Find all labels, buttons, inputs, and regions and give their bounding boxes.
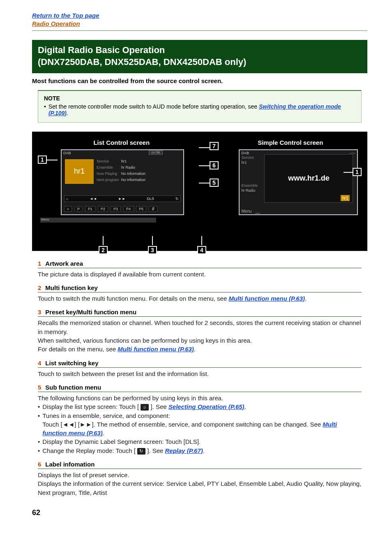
section-head-2: 2Multi function key	[38, 284, 362, 292]
section-body-6: Displays the list of preset service.Disp…	[38, 471, 362, 497]
section-body-4: Touch to switch between the preset list …	[38, 369, 362, 378]
section-head-4: 4List switching key	[38, 360, 362, 368]
simple-control-title: Simple Control screen	[218, 139, 362, 146]
search-icon: ⌕	[141, 404, 149, 411]
screens-area: List Control screen DAB ch 5B hr1 Servic…	[32, 132, 367, 251]
simple-control-screen: DAB --:-- Service hr1 Ensemble hr Radio …	[239, 149, 358, 215]
sections: 1Artwork areaThe picture data is display…	[32, 260, 367, 497]
artwork-area: hr1	[65, 159, 94, 184]
preset-multi-function[interactable]: « P P1 P2 P3 P4 P5 ⇵	[64, 206, 181, 212]
note-bullet: •	[44, 103, 46, 116]
preset-p3[interactable]: P3	[111, 206, 121, 212]
top-divider	[32, 30, 367, 31]
preset-p2[interactable]: P2	[98, 206, 108, 212]
section-head-6: 6Label infomation	[38, 461, 362, 469]
section-body-3: Recalls the memorized station or channel…	[38, 318, 362, 353]
inline-link[interactable]: Multi function menu (P.63)	[118, 346, 194, 353]
section-head-3: 3Preset key/Multi function menu	[38, 309, 362, 317]
callout-6: 6	[210, 161, 219, 169]
inline-link[interactable]: Multi function menu (P.63)	[228, 295, 305, 302]
preset-p4[interactable]: P4	[123, 206, 134, 212]
list-control-screen: DAB ch 5B hr1 Servicehr1 Ensemblehr Radi…	[61, 149, 184, 215]
preset-left-arrow[interactable]: «	[64, 206, 72, 212]
menu-button-simple[interactable]: Menu ⎯⎯	[241, 209, 260, 214]
page-number: 62	[32, 508, 367, 517]
replay-icon[interactable]: ↻	[175, 197, 179, 201]
section-body-1: The picture data is displayed if availab…	[38, 270, 362, 278]
callout-3: 3	[148, 246, 157, 254]
prev-icon[interactable]: ◄◄	[90, 197, 97, 201]
top-links: Return to the Top page Radio Operation	[32, 12, 367, 28]
page-title-line2: (DNX7250DAB, DNX525DAB, DNX4250DAB only)	[38, 56, 362, 68]
callout-4: 4	[197, 246, 206, 254]
dls-button[interactable]: DLS	[147, 197, 154, 201]
callout-1: 1	[38, 155, 47, 164]
return-top-link[interactable]: Return to the Top page	[32, 12, 99, 19]
callout-1-right: 1	[353, 168, 362, 176]
section-head-1: 1Artwork area	[38, 260, 362, 268]
callout-2: 2	[99, 246, 108, 254]
inline-link[interactable]: Selecting Operation (P.65)	[168, 403, 244, 410]
channel-tab: ch 5B	[149, 150, 163, 155]
intro-text: Most functions can be controlled from th…	[32, 77, 367, 84]
section-head-5: 5Sub function menu	[38, 384, 362, 392]
section-body-2: Touch to switch the multi function menu.…	[38, 294, 362, 303]
replay-icon: ↻	[137, 448, 145, 455]
label-information: Servicehr1 Ensemblehr Radio Now PlayingN…	[97, 158, 145, 183]
search-icon[interactable]: ⌕	[66, 197, 68, 201]
preset-p5[interactable]: P5	[136, 206, 146, 212]
source-label: DAB	[63, 151, 71, 155]
inline-link[interactable]: Multi function menu (P.63)	[42, 421, 337, 436]
simple-side-labels: Service hr1 Ensemble hr Radio	[241, 155, 258, 193]
list-control-title: List Control screen	[37, 139, 206, 146]
list-switching-key[interactable]: ⇵	[149, 206, 158, 212]
callout-7: 7	[210, 142, 219, 150]
page-title-line1: Digital Radio Basic Operation	[38, 44, 362, 56]
next-icon[interactable]: ►►	[118, 197, 126, 201]
multi-function-key[interactable]: P	[74, 206, 83, 212]
artwork-area-simple: www.hr1.de	[264, 154, 353, 203]
inline-link[interactable]: Replay (P.67)	[165, 447, 203, 454]
note-body: Set the remote controller mode switch to…	[48, 103, 355, 116]
sub-function-menu[interactable]: ⌕ ◄◄ ►► DLS ↻	[64, 195, 181, 202]
preset-p1[interactable]: P1	[85, 206, 95, 212]
section-body-5: The following functions can be performed…	[38, 394, 362, 455]
callout-5: 5	[210, 179, 219, 187]
station-logo: hr1	[341, 195, 350, 201]
section-link[interactable]: Radio Operation	[32, 20, 80, 27]
source-label-simple: DAB	[241, 151, 249, 155]
menu-bar[interactable]: Menu	[40, 218, 156, 223]
note-head: NOTE	[44, 95, 355, 102]
page-title: Digital Radio Basic Operation (DNX7250DA…	[32, 40, 367, 73]
note-box: NOTE • Set the remote controller mode sw…	[38, 90, 362, 123]
